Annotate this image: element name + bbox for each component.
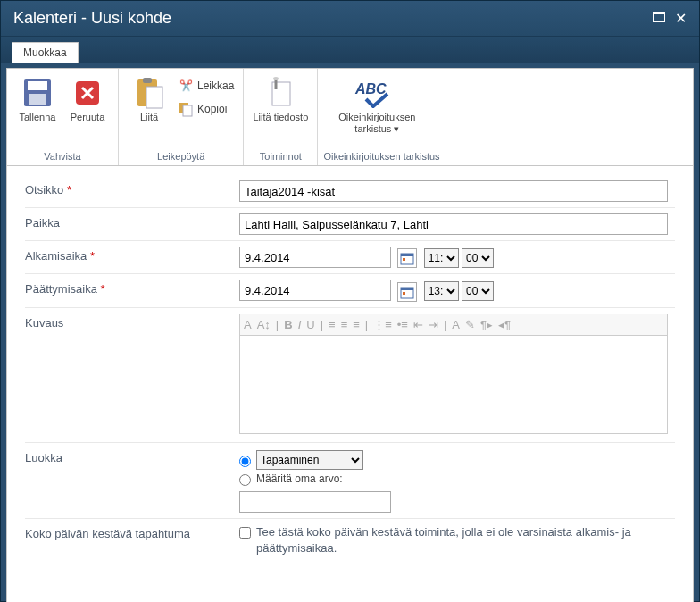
start-date-input[interactable] xyxy=(239,247,391,268)
paste-button[interactable]: Liitä xyxy=(124,72,174,125)
row-allday: Koko päivän kestävä tapahtuma Tee tästä … xyxy=(25,518,675,562)
tab-edit[interactable]: Muokkaa xyxy=(12,42,79,63)
font-icon[interactable]: A xyxy=(244,318,252,331)
copy-icon xyxy=(178,101,194,117)
highlight-icon[interactable]: ✎ xyxy=(465,318,475,331)
form-area: Otsikko * Paikka Alkamisaika * 11: 00 Pä… xyxy=(6,166,694,602)
svg-rect-14 xyxy=(403,258,405,261)
copy-button[interactable]: Kopioi xyxy=(174,99,238,119)
calendar-icon[interactable] xyxy=(397,282,417,302)
cancel-button[interactable]: Peruuta xyxy=(62,72,112,125)
row-start: Alkamisaika * 11: 00 xyxy=(25,240,675,273)
save-icon xyxy=(14,74,61,112)
svg-rect-16 xyxy=(401,288,413,290)
svg-point-10 xyxy=(273,77,279,80)
cut-button[interactable]: ✂️ Leikkaa xyxy=(174,76,238,96)
spellcheck-icon: ABC xyxy=(325,74,429,112)
list-unordered-icon[interactable]: •≡ xyxy=(397,318,408,331)
indent-icon[interactable]: ⇥ xyxy=(429,318,438,331)
attach-icon xyxy=(251,74,310,112)
cancel-icon xyxy=(64,74,111,112)
italic-icon[interactable]: I xyxy=(298,318,302,331)
svg-rect-1 xyxy=(28,81,47,90)
dropdown-icon: ▾ xyxy=(394,123,399,134)
calendar-icon[interactable] xyxy=(397,248,417,268)
row-location: Paikka xyxy=(25,207,675,240)
window-title: Kalenteri - Uusi kohde xyxy=(13,9,652,28)
category-radio-preset[interactable] xyxy=(239,456,251,467)
start-hour-select[interactable]: 11: xyxy=(424,248,459,268)
tab-row: Muokkaa xyxy=(1,42,699,63)
allday-checkbox[interactable] xyxy=(239,527,251,539)
paste-icon xyxy=(126,74,172,112)
svg-text:ABC: ABC xyxy=(354,81,387,96)
header-spacer: Muokkaa xyxy=(1,37,699,63)
align-center-icon[interactable]: ≡ xyxy=(341,318,348,331)
ribbon-group-clipboard: Liitä ✂️ Leikkaa Kopioi Leikepöytä xyxy=(119,69,244,165)
ribbon-group-spell: ABC Oikeinkirjoituksen tarkistus ▾ Oikei… xyxy=(318,69,445,165)
dialog-window: Kalenteri - Uusi kohde 🗖 ✕ Muokkaa Talle… xyxy=(0,0,700,602)
rte-toolbar: A A↕ | B I U | ≡ ≡ ≡ | ⋮≡ •≡ ⇤ ⇥ | A xyxy=(239,314,668,336)
description-input[interactable] xyxy=(239,336,668,434)
svg-rect-8 xyxy=(183,105,192,116)
rtl-icon[interactable]: ◂¶ xyxy=(498,318,511,331)
title-input[interactable] xyxy=(239,180,668,202)
color-icon[interactable]: A xyxy=(452,318,460,331)
ltr-icon[interactable]: ¶▸ xyxy=(480,318,493,331)
title-bar: Kalenteri - Uusi kohde 🗖 ✕ xyxy=(1,1,699,37)
required-mark: * xyxy=(67,183,71,196)
list-ordered-icon[interactable]: ⋮≡ xyxy=(373,318,392,331)
start-min-select[interactable]: 00 xyxy=(462,248,494,268)
category-custom-input[interactable] xyxy=(239,491,391,513)
maximize-icon[interactable]: 🗖 xyxy=(652,10,666,27)
row-description: Kuvaus A A↕ | B I U | ≡ ≡ ≡ | ⋮≡ •≡ ⇤ xyxy=(25,307,675,442)
category-select[interactable]: Tapaaminen xyxy=(256,450,363,470)
align-right-icon[interactable]: ≡ xyxy=(353,318,360,331)
scissors-icon: ✂️ xyxy=(178,78,194,94)
underline-icon[interactable]: U xyxy=(306,318,314,331)
close-icon[interactable]: ✕ xyxy=(675,10,687,27)
attach-file-button[interactable]: Liitä tiedosto xyxy=(249,72,312,125)
bold-icon[interactable]: B xyxy=(284,318,292,331)
svg-rect-17 xyxy=(403,292,405,295)
row-end: Päättymisaika * 13: 00 xyxy=(25,273,675,306)
font-size-icon[interactable]: A↕ xyxy=(257,318,271,331)
svg-rect-5 xyxy=(143,78,152,83)
save-button[interactable]: Tallenna xyxy=(12,72,62,125)
svg-rect-6 xyxy=(146,87,162,108)
row-title: Otsikko * xyxy=(25,175,675,207)
spellcheck-button[interactable]: ABC Oikeinkirjoituksen tarkistus ▾ xyxy=(323,72,430,137)
ribbon-group-confirm: Tallenna Peruuta Vahvista xyxy=(7,69,119,165)
ribbon: Tallenna Peruuta Vahvista Liitä xyxy=(6,68,694,166)
end-min-select[interactable]: 00 xyxy=(462,281,494,301)
svg-rect-2 xyxy=(29,94,46,105)
location-input[interactable] xyxy=(239,213,668,235)
category-radio-custom[interactable] xyxy=(239,474,251,486)
end-date-input[interactable] xyxy=(239,280,391,301)
outdent-icon[interactable]: ⇤ xyxy=(413,318,423,331)
ribbon-group-actions: Liitä tiedosto Toiminnot xyxy=(244,69,318,165)
row-category: Luokka Tapaaminen Määritä oma arvo: xyxy=(25,442,675,518)
window-controls: 🗖 ✕ xyxy=(652,10,687,27)
align-left-icon[interactable]: ≡ xyxy=(329,318,336,331)
svg-rect-13 xyxy=(401,254,413,256)
end-hour-select[interactable]: 13: xyxy=(424,281,459,301)
